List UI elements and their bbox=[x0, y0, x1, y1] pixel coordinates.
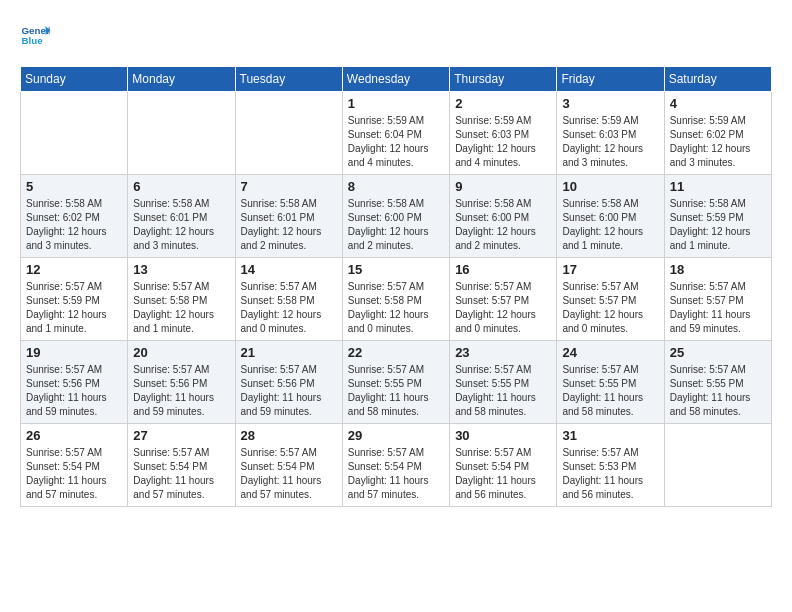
weekday-header-monday: Monday bbox=[128, 67, 235, 92]
page-header: General Blue bbox=[20, 20, 772, 50]
day-number: 8 bbox=[348, 179, 444, 194]
svg-text:Blue: Blue bbox=[22, 35, 44, 46]
day-info: Sunrise: 5:57 AM Sunset: 5:58 PM Dayligh… bbox=[133, 280, 229, 336]
day-cell-3: 3Sunrise: 5:59 AM Sunset: 6:03 PM Daylig… bbox=[557, 92, 664, 175]
week-row-5: 26Sunrise: 5:57 AM Sunset: 5:54 PM Dayli… bbox=[21, 424, 772, 507]
day-number: 17 bbox=[562, 262, 658, 277]
day-info: Sunrise: 5:58 AM Sunset: 6:02 PM Dayligh… bbox=[26, 197, 122, 253]
day-cell-21: 21Sunrise: 5:57 AM Sunset: 5:56 PM Dayli… bbox=[235, 341, 342, 424]
day-info: Sunrise: 5:57 AM Sunset: 5:57 PM Dayligh… bbox=[670, 280, 766, 336]
logo: General Blue bbox=[20, 20, 54, 50]
day-info: Sunrise: 5:57 AM Sunset: 5:56 PM Dayligh… bbox=[241, 363, 337, 419]
day-info: Sunrise: 5:59 AM Sunset: 6:04 PM Dayligh… bbox=[348, 114, 444, 170]
day-info: Sunrise: 5:57 AM Sunset: 5:54 PM Dayligh… bbox=[348, 446, 444, 502]
day-number: 28 bbox=[241, 428, 337, 443]
day-number: 13 bbox=[133, 262, 229, 277]
day-cell-16: 16Sunrise: 5:57 AM Sunset: 5:57 PM Dayli… bbox=[450, 258, 557, 341]
day-cell-20: 20Sunrise: 5:57 AM Sunset: 5:56 PM Dayli… bbox=[128, 341, 235, 424]
day-cell-28: 28Sunrise: 5:57 AM Sunset: 5:54 PM Dayli… bbox=[235, 424, 342, 507]
day-info: Sunrise: 5:58 AM Sunset: 6:01 PM Dayligh… bbox=[133, 197, 229, 253]
day-number: 1 bbox=[348, 96, 444, 111]
day-info: Sunrise: 5:57 AM Sunset: 5:54 PM Dayligh… bbox=[241, 446, 337, 502]
day-cell-25: 25Sunrise: 5:57 AM Sunset: 5:55 PM Dayli… bbox=[664, 341, 771, 424]
day-number: 18 bbox=[670, 262, 766, 277]
day-info: Sunrise: 5:58 AM Sunset: 5:59 PM Dayligh… bbox=[670, 197, 766, 253]
day-info: Sunrise: 5:57 AM Sunset: 5:54 PM Dayligh… bbox=[455, 446, 551, 502]
day-number: 5 bbox=[26, 179, 122, 194]
day-info: Sunrise: 5:57 AM Sunset: 5:56 PM Dayligh… bbox=[133, 363, 229, 419]
day-cell-19: 19Sunrise: 5:57 AM Sunset: 5:56 PM Dayli… bbox=[21, 341, 128, 424]
day-number: 3 bbox=[562, 96, 658, 111]
week-row-4: 19Sunrise: 5:57 AM Sunset: 5:56 PM Dayli… bbox=[21, 341, 772, 424]
day-info: Sunrise: 5:57 AM Sunset: 5:55 PM Dayligh… bbox=[455, 363, 551, 419]
day-info: Sunrise: 5:57 AM Sunset: 5:54 PM Dayligh… bbox=[26, 446, 122, 502]
day-cell-22: 22Sunrise: 5:57 AM Sunset: 5:55 PM Dayli… bbox=[342, 341, 449, 424]
day-number: 31 bbox=[562, 428, 658, 443]
day-info: Sunrise: 5:57 AM Sunset: 5:54 PM Dayligh… bbox=[133, 446, 229, 502]
day-cell-30: 30Sunrise: 5:57 AM Sunset: 5:54 PM Dayli… bbox=[450, 424, 557, 507]
day-cell-23: 23Sunrise: 5:57 AM Sunset: 5:55 PM Dayli… bbox=[450, 341, 557, 424]
day-info: Sunrise: 5:57 AM Sunset: 5:55 PM Dayligh… bbox=[348, 363, 444, 419]
day-number: 19 bbox=[26, 345, 122, 360]
day-number: 12 bbox=[26, 262, 122, 277]
day-number: 4 bbox=[670, 96, 766, 111]
day-number: 24 bbox=[562, 345, 658, 360]
day-number: 15 bbox=[348, 262, 444, 277]
day-cell-9: 9Sunrise: 5:58 AM Sunset: 6:00 PM Daylig… bbox=[450, 175, 557, 258]
day-info: Sunrise: 5:59 AM Sunset: 6:03 PM Dayligh… bbox=[455, 114, 551, 170]
day-number: 14 bbox=[241, 262, 337, 277]
day-cell-2: 2Sunrise: 5:59 AM Sunset: 6:03 PM Daylig… bbox=[450, 92, 557, 175]
week-row-3: 12Sunrise: 5:57 AM Sunset: 5:59 PM Dayli… bbox=[21, 258, 772, 341]
day-info: Sunrise: 5:58 AM Sunset: 6:00 PM Dayligh… bbox=[455, 197, 551, 253]
day-info: Sunrise: 5:58 AM Sunset: 6:00 PM Dayligh… bbox=[348, 197, 444, 253]
day-cell-15: 15Sunrise: 5:57 AM Sunset: 5:58 PM Dayli… bbox=[342, 258, 449, 341]
day-info: Sunrise: 5:57 AM Sunset: 5:55 PM Dayligh… bbox=[670, 363, 766, 419]
day-cell-1: 1Sunrise: 5:59 AM Sunset: 6:04 PM Daylig… bbox=[342, 92, 449, 175]
empty-cell bbox=[664, 424, 771, 507]
day-cell-5: 5Sunrise: 5:58 AM Sunset: 6:02 PM Daylig… bbox=[21, 175, 128, 258]
weekday-header-sunday: Sunday bbox=[21, 67, 128, 92]
day-number: 16 bbox=[455, 262, 551, 277]
day-number: 27 bbox=[133, 428, 229, 443]
calendar-table: SundayMondayTuesdayWednesdayThursdayFrid… bbox=[20, 66, 772, 507]
empty-cell bbox=[21, 92, 128, 175]
day-info: Sunrise: 5:57 AM Sunset: 5:57 PM Dayligh… bbox=[562, 280, 658, 336]
day-cell-13: 13Sunrise: 5:57 AM Sunset: 5:58 PM Dayli… bbox=[128, 258, 235, 341]
weekday-header-tuesday: Tuesday bbox=[235, 67, 342, 92]
week-row-2: 5Sunrise: 5:58 AM Sunset: 6:02 PM Daylig… bbox=[21, 175, 772, 258]
day-info: Sunrise: 5:57 AM Sunset: 5:57 PM Dayligh… bbox=[455, 280, 551, 336]
day-cell-18: 18Sunrise: 5:57 AM Sunset: 5:57 PM Dayli… bbox=[664, 258, 771, 341]
day-cell-17: 17Sunrise: 5:57 AM Sunset: 5:57 PM Dayli… bbox=[557, 258, 664, 341]
day-cell-26: 26Sunrise: 5:57 AM Sunset: 5:54 PM Dayli… bbox=[21, 424, 128, 507]
day-cell-4: 4Sunrise: 5:59 AM Sunset: 6:02 PM Daylig… bbox=[664, 92, 771, 175]
day-info: Sunrise: 5:57 AM Sunset: 5:53 PM Dayligh… bbox=[562, 446, 658, 502]
day-number: 29 bbox=[348, 428, 444, 443]
day-cell-7: 7Sunrise: 5:58 AM Sunset: 6:01 PM Daylig… bbox=[235, 175, 342, 258]
day-number: 2 bbox=[455, 96, 551, 111]
day-cell-24: 24Sunrise: 5:57 AM Sunset: 5:55 PM Dayli… bbox=[557, 341, 664, 424]
week-row-1: 1Sunrise: 5:59 AM Sunset: 6:04 PM Daylig… bbox=[21, 92, 772, 175]
day-number: 25 bbox=[670, 345, 766, 360]
day-number: 11 bbox=[670, 179, 766, 194]
day-number: 7 bbox=[241, 179, 337, 194]
day-number: 10 bbox=[562, 179, 658, 194]
day-info: Sunrise: 5:57 AM Sunset: 5:58 PM Dayligh… bbox=[241, 280, 337, 336]
day-number: 23 bbox=[455, 345, 551, 360]
day-info: Sunrise: 5:57 AM Sunset: 5:58 PM Dayligh… bbox=[348, 280, 444, 336]
weekday-header-saturday: Saturday bbox=[664, 67, 771, 92]
day-cell-6: 6Sunrise: 5:58 AM Sunset: 6:01 PM Daylig… bbox=[128, 175, 235, 258]
day-number: 6 bbox=[133, 179, 229, 194]
day-cell-29: 29Sunrise: 5:57 AM Sunset: 5:54 PM Dayli… bbox=[342, 424, 449, 507]
day-cell-12: 12Sunrise: 5:57 AM Sunset: 5:59 PM Dayli… bbox=[21, 258, 128, 341]
day-number: 9 bbox=[455, 179, 551, 194]
logo-icon: General Blue bbox=[20, 20, 50, 50]
day-info: Sunrise: 5:57 AM Sunset: 5:55 PM Dayligh… bbox=[562, 363, 658, 419]
day-info: Sunrise: 5:57 AM Sunset: 5:56 PM Dayligh… bbox=[26, 363, 122, 419]
empty-cell bbox=[235, 92, 342, 175]
day-info: Sunrise: 5:57 AM Sunset: 5:59 PM Dayligh… bbox=[26, 280, 122, 336]
day-info: Sunrise: 5:59 AM Sunset: 6:02 PM Dayligh… bbox=[670, 114, 766, 170]
day-number: 22 bbox=[348, 345, 444, 360]
day-number: 26 bbox=[26, 428, 122, 443]
day-cell-14: 14Sunrise: 5:57 AM Sunset: 5:58 PM Dayli… bbox=[235, 258, 342, 341]
day-info: Sunrise: 5:58 AM Sunset: 6:00 PM Dayligh… bbox=[562, 197, 658, 253]
